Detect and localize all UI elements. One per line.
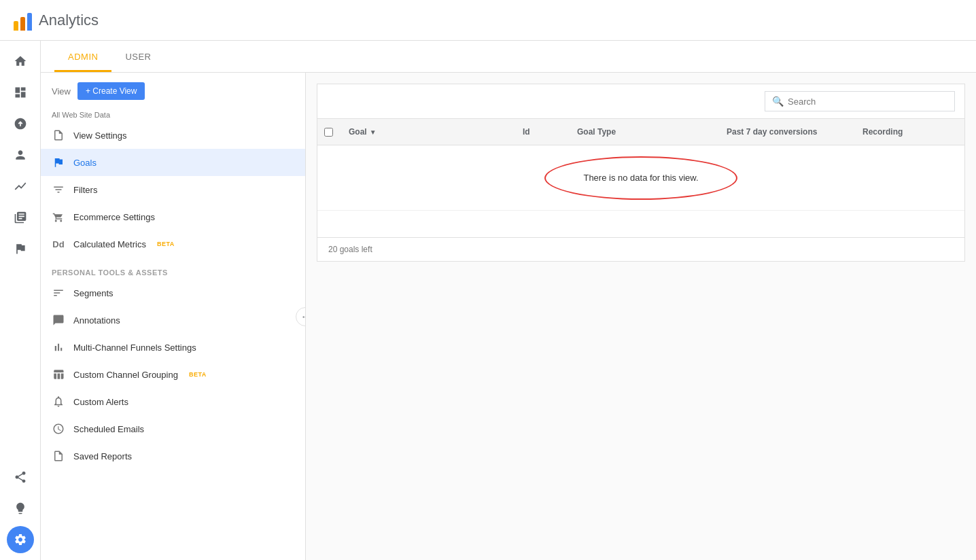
multi-channel-label: Multi-Channel Funnels Settings (73, 343, 196, 353)
sidebar-item-multi-channel[interactable]: Multi-Channel Funnels Settings (41, 334, 305, 361)
sidebar-item-view-settings[interactable]: View Settings (41, 122, 305, 149)
custom-channel-label: Custom Channel Grouping (73, 370, 178, 380)
nav-behavior-icon[interactable] (7, 204, 34, 231)
spacer-row (317, 210, 964, 237)
table-header: Goal ▼ Id Goal Type Past 7 day conversio… (317, 119, 964, 145)
sidebar-section-label: All Web Site Data (41, 105, 305, 122)
view-label: View (52, 86, 71, 97)
ecommerce-label: Ecommerce Settings (73, 212, 155, 222)
segments-label: Segments (73, 288, 114, 298)
view-settings-label: View Settings (73, 130, 127, 141)
app-title: Analytics (39, 12, 99, 29)
checkbox-header (317, 124, 342, 139)
content-area: ADMIN USER View + Create View All Web Si… (41, 41, 976, 560)
scheduled-emails-label: Scheduled Emails (73, 424, 144, 434)
nav-home-icon[interactable] (7, 48, 34, 75)
filters-label: Filters (73, 185, 97, 195)
tab-admin[interactable]: ADMIN (54, 41, 111, 72)
nav-user-icon[interactable] (7, 141, 34, 169)
calculated-metrics-label: Calculated Metrics (73, 239, 146, 249)
id-col-header[interactable]: Id (516, 124, 570, 139)
search-input[interactable] (788, 97, 947, 107)
sort-arrow-goal: ▼ (370, 128, 377, 136)
table-icon (52, 368, 65, 381)
goals-label: Goals (73, 158, 97, 168)
sidebar-item-segments[interactable]: Segments (41, 279, 305, 307)
search-icon: 🔍 (772, 96, 784, 107)
left-nav (0, 41, 41, 560)
nav-acquisition-icon[interactable] (7, 173, 34, 200)
tab-bar: ADMIN USER (41, 41, 976, 73)
sidebar-item-scheduled-emails[interactable]: Scheduled Emails (41, 415, 305, 442)
sidebar-item-filters[interactable]: Filters (41, 176, 305, 203)
segments-icon (52, 286, 65, 300)
sidebar-item-ecommerce[interactable]: Ecommerce Settings (41, 203, 305, 230)
goals-left-label: 20 goals left (317, 237, 964, 261)
sidebar-item-annotations[interactable]: Annotations (41, 307, 305, 334)
custom-alerts-label: Custom Alerts (73, 397, 128, 407)
cart-icon (52, 210, 65, 224)
goals-table-container: 🔍 Goal ▼ Id (317, 84, 965, 262)
nav-conversions-icon[interactable] (7, 235, 34, 262)
recording-col-header[interactable]: Recording (856, 124, 964, 139)
sidebar-item-custom-alerts[interactable]: Custom Alerts (41, 388, 305, 415)
no-data-message: There is no data for this view. (542, 163, 739, 192)
annotations-label: Annotations (73, 315, 120, 326)
doc-icon (52, 449, 65, 463)
sidebar-panel: View + Create View All Web Site Data Vie… (41, 73, 306, 560)
filter-icon (52, 183, 65, 196)
annotations-icon (52, 313, 65, 327)
logo-icon (14, 10, 32, 31)
settings-doc-icon (52, 128, 65, 142)
no-data-ellipse: There is no data for this view. (542, 173, 739, 183)
search-row: 🔍 (317, 84, 964, 119)
nav-share-icon[interactable] (7, 463, 34, 491)
sidebar-item-custom-channel[interactable]: Custom Channel Grouping BETA (41, 361, 305, 388)
nav-lightbulb-icon[interactable] (7, 495, 34, 522)
nav-reports-icon[interactable] (7, 110, 34, 137)
alert-icon (52, 395, 65, 408)
sidebar-item-calculated-metrics[interactable]: Dd Calculated Metrics BETA (41, 230, 305, 258)
main-panel: 🔍 Goal ▼ Id (306, 73, 976, 560)
goal-col-header[interactable]: Goal ▼ (342, 124, 516, 139)
sidebar-item-goals[interactable]: Goals (41, 149, 305, 176)
app-header: Analytics (0, 0, 976, 41)
saved-reports-label: Saved Reports (73, 451, 132, 461)
bar-chart-icon (52, 340, 65, 354)
clock-icon (52, 422, 65, 436)
flag-icon (52, 156, 65, 169)
empty-state-row: There is no data for this view. (317, 145, 964, 210)
create-view-button[interactable]: + Create View (77, 82, 145, 100)
select-all-checkbox[interactable] (324, 128, 333, 137)
goal-type-col-header[interactable]: Goal Type (570, 124, 720, 139)
personal-tools-section-label: PERSONAL TOOLS & ASSETS (41, 258, 305, 279)
search-box: 🔍 (765, 91, 955, 111)
sidebar-header: View + Create View (41, 73, 305, 105)
conversions-col-header[interactable]: Past 7 day conversions (720, 124, 856, 139)
dd-icon: Dd (52, 237, 65, 251)
nav-dashboard-icon[interactable] (7, 79, 34, 106)
sidebar-item-saved-reports[interactable]: Saved Reports (41, 442, 305, 470)
beta-badge-custom-channel: BETA (189, 371, 207, 378)
beta-badge-calculated: BETA (157, 241, 175, 247)
tab-user[interactable]: USER (111, 41, 164, 72)
nav-settings-icon[interactable] (7, 526, 34, 553)
